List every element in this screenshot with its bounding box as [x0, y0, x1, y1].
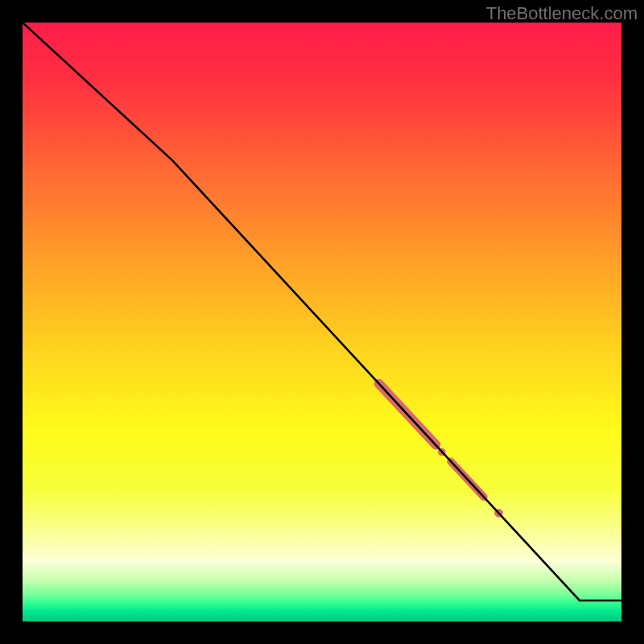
chart-curve — [23, 23, 621, 601]
plot-area — [23, 23, 621, 621]
watermark-text: TheBottleneck.com — [486, 3, 638, 24]
chart-svg — [23, 23, 621, 621]
